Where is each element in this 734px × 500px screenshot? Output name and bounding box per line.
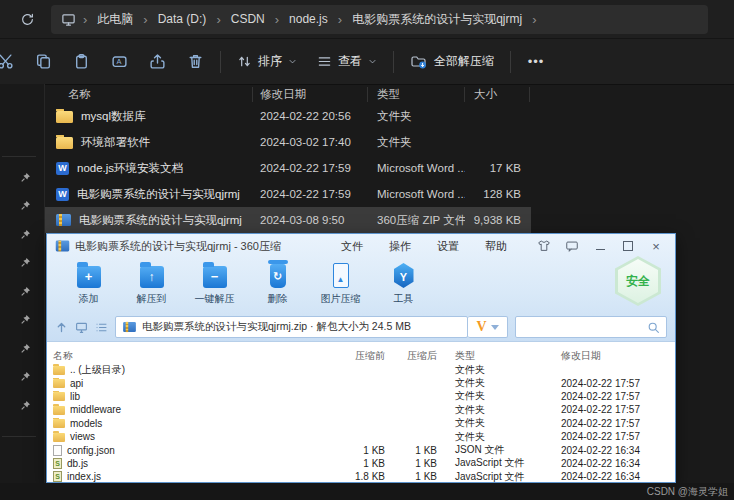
zip-entries: .. (上级目录) 文件夹 api 文件夹 2024-02-22 17:57 [51, 363, 673, 482]
pin-icon[interactable] [20, 200, 31, 211]
explorer-address-bar: › 此电脑 › Data (D:) › CSDN › [0, 0, 734, 38]
entry-icon [53, 433, 65, 442]
entry-size-after: 1 KB [385, 471, 437, 482]
zip-entry-row[interactable]: models 文件夹 2024-02-22 17:57 [51, 417, 673, 430]
zip-tool-label: 添加 [57, 292, 120, 306]
breadcrumb-item[interactable]: 此电脑 [94, 10, 136, 29]
feedback-icon[interactable] [565, 239, 579, 253]
file-size: 17 KB [465, 162, 529, 174]
sort-button[interactable]: 排序 [227, 45, 307, 79]
zip-tool-icon [135, 261, 169, 289]
zip-tool-button[interactable]: 图片压缩 [309, 260, 372, 316]
divider [2, 156, 36, 157]
entry-name: views [70, 431, 95, 442]
zip-address-row: 电影购票系统的设计与实现qjrmj.zip · 解包大小为 24.5 MB V [55, 315, 667, 339]
zip-tool-icon [261, 261, 295, 289]
column-header-size[interactable]: 大小 [465, 87, 530, 102]
zip-tool-button[interactable]: 添加 [57, 260, 120, 316]
entry-date: 2024-02-22 16:34 [541, 471, 640, 482]
delete-button[interactable] [176, 45, 214, 79]
zip-entry-row[interactable]: lib 文件夹 2024-02-22 17:57 [51, 390, 673, 403]
zip-tool-button[interactable]: 删除 [246, 260, 309, 316]
zip-entry-row[interactable]: middleware 文件夹 2024-02-22 17:57 [51, 403, 673, 416]
pin-icon[interactable] [20, 400, 31, 411]
maximize-button[interactable] [621, 239, 635, 253]
pin-icon[interactable] [20, 229, 31, 240]
zip-column-after[interactable]: 压缩后 [385, 349, 437, 363]
file-name: 环境部署软件 [81, 135, 150, 150]
copy-button[interactable] [24, 45, 62, 79]
zip-tool-icon [324, 261, 358, 289]
pin-icon[interactable] [20, 314, 31, 325]
chevron-right-icon: › [143, 13, 147, 26]
breadcrumb-item[interactable]: CSDN [228, 11, 268, 27]
breadcrumb[interactable]: › 此电脑 › Data (D:) › CSDN › [51, 5, 708, 34]
file-row[interactable]: 电影购票系统的设计与实现qjrmj 2024-02-22 17:59 Micro… [44, 181, 531, 207]
file-row[interactable]: 电影购票系统的设计与实现qjrmj 2024-03-08 9:50 360压缩 … [44, 207, 531, 233]
search-input[interactable] [515, 316, 667, 338]
entry-date: 2024-02-22 16:34 [541, 445, 640, 456]
zip-entry-row[interactable]: api 文件夹 2024-02-22 17:57 [51, 376, 673, 389]
menu-item[interactable]: 文件 [341, 239, 363, 254]
pin-icon[interactable] [20, 172, 31, 183]
pin-icon[interactable] [20, 257, 31, 268]
file-date: 2024-03-08 9:50 [253, 214, 368, 226]
column-header-name[interactable]: 名称 [44, 87, 253, 102]
cut-button[interactable] [0, 45, 24, 79]
paste-button[interactable] [62, 45, 100, 79]
file-row[interactable]: mysql数据库 2024-02-22 20:56 文件夹 [44, 103, 531, 129]
zip-tool-label: 图片压缩 [309, 292, 372, 306]
zip-tool-button[interactable]: 工具 [372, 260, 435, 316]
menu-item[interactable]: 操作 [389, 239, 411, 254]
file-row[interactable]: node.js环境安装文档 2024-02-22 17:59 Microsoft… [44, 155, 531, 181]
zip-entry-row[interactable]: .. (上级目录) 文件夹 [51, 363, 673, 376]
view-button[interactable]: 查看 [307, 45, 387, 79]
zip-column-date[interactable]: 修改日期 [541, 349, 601, 363]
up-icon[interactable] [55, 321, 68, 334]
column-header-date[interactable]: 修改日期 [253, 87, 368, 102]
zip-column-name[interactable]: 名称 [51, 349, 341, 363]
entry-name: db.js [67, 458, 88, 469]
computer-view-icon[interactable] [75, 321, 88, 334]
skin-icon[interactable] [537, 239, 551, 253]
breadcrumb-item[interactable]: Data (D:) [155, 11, 210, 27]
more-button[interactable]: ••• [517, 45, 555, 79]
zip-address-field[interactable]: 电影购票系统的设计与实现qjrmj.zip · 解包大小为 24.5 MB [115, 316, 468, 338]
vip-dropdown[interactable]: V [468, 316, 508, 338]
divider [510, 51, 511, 73]
navigation-rail [0, 84, 45, 500]
safe-badge[interactable]: 安全 [615, 256, 661, 306]
menu-item[interactable]: 帮助 [485, 239, 507, 254]
zip-column-before[interactable]: 压缩前 [341, 349, 385, 363]
file-row[interactable]: 环境部署软件 2024-03-02 17:40 文件夹 [44, 129, 531, 155]
zip-file-list: 名称 压缩前 压缩后 类型 修改日期 .. (上级目录) 文件夹 [47, 342, 675, 482]
refresh-icon[interactable] [20, 12, 35, 27]
pin-icon[interactable] [20, 286, 31, 297]
zip-tool-button[interactable]: 一键解压 [183, 260, 246, 316]
entry-size-before: 1 KB [341, 458, 385, 469]
menu-item[interactable]: 设置 [437, 239, 459, 254]
entry-name: .. (上级目录) [70, 363, 125, 377]
list-view-icon[interactable] [95, 321, 108, 334]
zip-tool-button[interactable]: 解压到 [120, 260, 183, 316]
file-type-icon [56, 214, 71, 226]
minimize-button[interactable] [593, 239, 607, 253]
file-date: 2024-02-22 17:59 [253, 162, 368, 174]
entry-type: 文件夹 [437, 416, 541, 430]
zip-column-type[interactable]: 类型 [437, 349, 541, 363]
breadcrumb-item[interactable]: node.js [286, 11, 331, 27]
pin-icon[interactable] [20, 371, 31, 382]
zip-entry-row[interactable]: db.js 1 KB 1 KB JavaScript 文件 2024-02-22… [51, 457, 673, 470]
column-header-type[interactable]: 类型 [368, 87, 465, 102]
rename-button[interactable]: A [100, 45, 138, 79]
zip-toolbar: 添加 解压到 一键解压 删除 [57, 260, 435, 316]
zip-entry-row[interactable]: config.json 1 KB 1 KB JSON 文件 2024-02-22… [51, 443, 673, 456]
entry-icon [53, 419, 65, 428]
share-button[interactable] [138, 45, 176, 79]
close-button[interactable]: × [649, 239, 663, 253]
zip-entry-row[interactable]: views 文件夹 2024-02-22 17:57 [51, 430, 673, 443]
pin-icon[interactable] [20, 343, 31, 354]
extract-all-button[interactable]: 全部解压缩 [400, 45, 504, 79]
zip-entry-row[interactable]: index.js 1.8 KB 1 KB JavaScript 文件 2024-… [51, 470, 673, 482]
breadcrumb-item[interactable]: 电影购票系统的设计与实现qjrmj [349, 10, 525, 29]
